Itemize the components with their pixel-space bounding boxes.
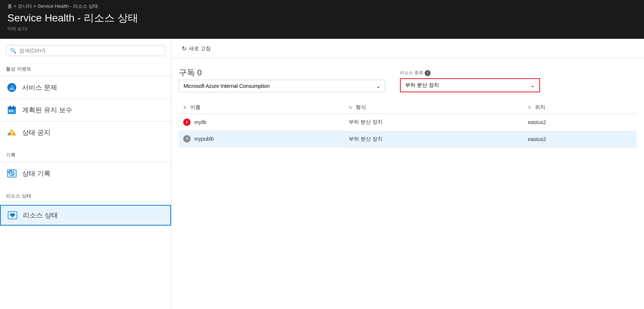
resource-name: myilb [194, 119, 206, 125]
sort-name-icon: ⇅ [183, 105, 187, 110]
top-bar: 홈 > 모니터 > Service Health - 리소스 상태 Servic… [0, 0, 644, 39]
resource-type-value: 부하 분산 장치 [405, 82, 439, 89]
filter-row: 구독 0 Microsoft Azure Internal Consumptio… [179, 67, 637, 92]
sidebar-divider [0, 76, 171, 76]
sort-type-icon: ⇅ [349, 105, 352, 110]
subscription-count: 구독 0 [179, 67, 385, 78]
subscription-chevron-icon: ⌄ [376, 83, 380, 89]
cell-type: 부하 분산 장치 [344, 131, 523, 147]
refresh-icon: ↻ [182, 45, 187, 52]
health-history-label: 상태 기록 [22, 169, 51, 178]
section-label-active-events: 활성 이벤트 [0, 62, 171, 75]
main-layout: 🔍 활성 이벤트 서비스 문제 [0, 39, 644, 309]
service-issue-label: 서비스 문제 [22, 83, 57, 92]
health-notice-icon [6, 127, 18, 138]
health-history-icon [6, 168, 18, 179]
subscription-value: Microsoft Azure Internal Consumption [184, 83, 269, 89]
service-issue-icon [6, 82, 18, 93]
sidebar: 🔍 활성 이벤트 서비스 문제 [0, 39, 171, 309]
table-row[interactable]: !myilb부하 분산 장치eastus2 [179, 114, 637, 131]
refresh-label: 새로 고침 [189, 45, 211, 52]
subscription-dropdown[interactable]: Microsoft Azure Internal Consumption ⌄ [179, 80, 385, 92]
svg-rect-5 [13, 106, 14, 108]
subscription-filter-group: 구독 0 Microsoft Azure Internal Consumptio… [179, 67, 385, 92]
resource-type-chevron-icon: ⌄ [530, 82, 535, 88]
error-status-icon: ! [183, 119, 191, 126]
table-row[interactable]: ?mypublb부하 분산 장치eastus2 [179, 131, 637, 147]
search-icon: 🔍 [10, 48, 16, 54]
svg-point-13 [8, 135, 9, 135]
content-body: 구독 0 Microsoft Azure Internal Consumptio… [171, 58, 644, 157]
svg-point-1 [10, 86, 11, 87]
col-type[interactable]: ⇅ 형식 [344, 101, 523, 114]
sidebar-divider [0, 121, 171, 121]
svg-rect-6 [9, 110, 11, 112]
sidebar-divider [0, 99, 171, 99]
cell-type: 부하 분산 장치 [344, 114, 523, 131]
sidebar-item-planned-maintenance[interactable]: 계획된 유지 보수 [0, 100, 171, 120]
sort-location-icon: ⇅ [528, 105, 531, 110]
section-label-history: 기록 [0, 148, 171, 161]
unknown-status-icon: ? [183, 135, 191, 143]
refresh-button[interactable]: ↻ 새로 고침 [179, 44, 214, 54]
resource-health-label: 리소스 상태 [23, 211, 58, 220]
col-name[interactable]: ⇅ 이름 [179, 101, 344, 114]
sidebar-item-health-history[interactable]: 상태 기록 [0, 164, 171, 183]
planned-maintenance-icon [6, 104, 18, 116]
cell-name: !myilb [179, 114, 344, 131]
svg-rect-7 [11, 110, 13, 112]
col-location[interactable]: ⇅ 위치 [523, 101, 637, 114]
svg-rect-4 [10, 106, 11, 108]
page-title: Service Health - 리소스 상태 [7, 12, 637, 24]
sidebar-divider [0, 162, 171, 162]
cell-location: eastus2 [523, 131, 637, 147]
svg-rect-3 [8, 107, 16, 109]
svg-rect-9 [11, 131, 13, 134]
resource-table: ⇅ 이름 ⇅ 형식 ⇅ 위치 !myilb부하 분산 장 [179, 101, 637, 148]
page-subtitle: 미리 보기/ [7, 26, 637, 32]
health-notice-label: 상태 공지 [22, 128, 51, 137]
search-input[interactable] [19, 48, 161, 54]
resource-type-info-icon: i [425, 70, 431, 76]
cell-name: ?mypublb [179, 131, 344, 147]
content-area: ↻ 새로 고침 구독 0 Microsoft Azure Internal Co… [171, 39, 644, 309]
svg-point-10 [11, 134, 13, 135]
cell-location: eastus2 [523, 114, 637, 131]
resource-health-icon [7, 209, 18, 221]
resource-name: mypublb [194, 136, 214, 142]
planned-maintenance-label: 계획된 유지 보수 [22, 106, 72, 114]
search-box[interactable]: 🔍 [6, 45, 165, 56]
sidebar-item-service-issue[interactable]: 서비스 문제 [0, 78, 171, 97]
sidebar-divider [0, 203, 171, 203]
sidebar-item-health-notice[interactable]: 상태 공지 [0, 123, 171, 142]
sidebar-item-resource-health[interactable]: 리소스 상태 [0, 205, 171, 226]
resource-type-label: 리소스 종류 i [400, 70, 540, 76]
resource-type-dropdown[interactable]: 부하 분산 장치 ⌄ [400, 78, 540, 92]
toolbar: ↻ 새로 고침 [171, 39, 644, 58]
section-label-resource-health: 리소스 상태 [0, 189, 171, 202]
resource-type-filter-group: 리소스 종류 i 부하 분산 장치 ⌄ [400, 70, 540, 92]
breadcrumb: 홈 > 모니터 > Service Health - 리소스 상태 [7, 3, 637, 10]
